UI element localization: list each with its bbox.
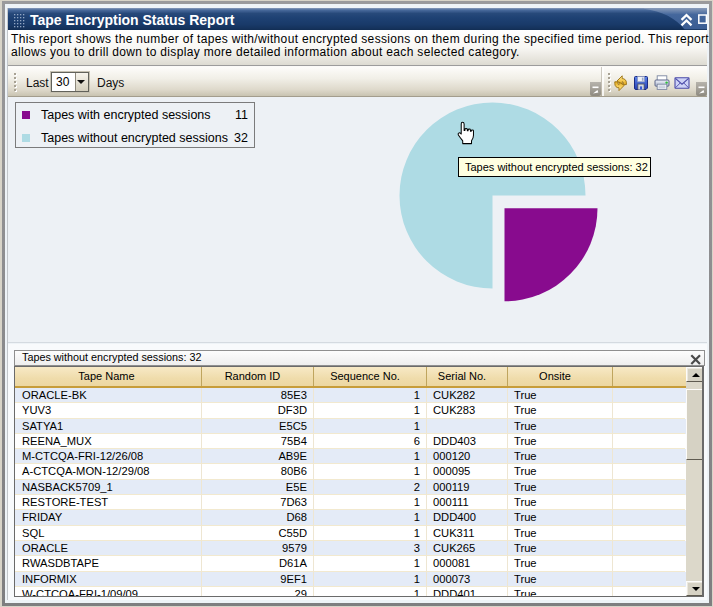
svg-text:Tape Encryption Status Report: Tape Encryption Status Report xyxy=(30,12,235,28)
